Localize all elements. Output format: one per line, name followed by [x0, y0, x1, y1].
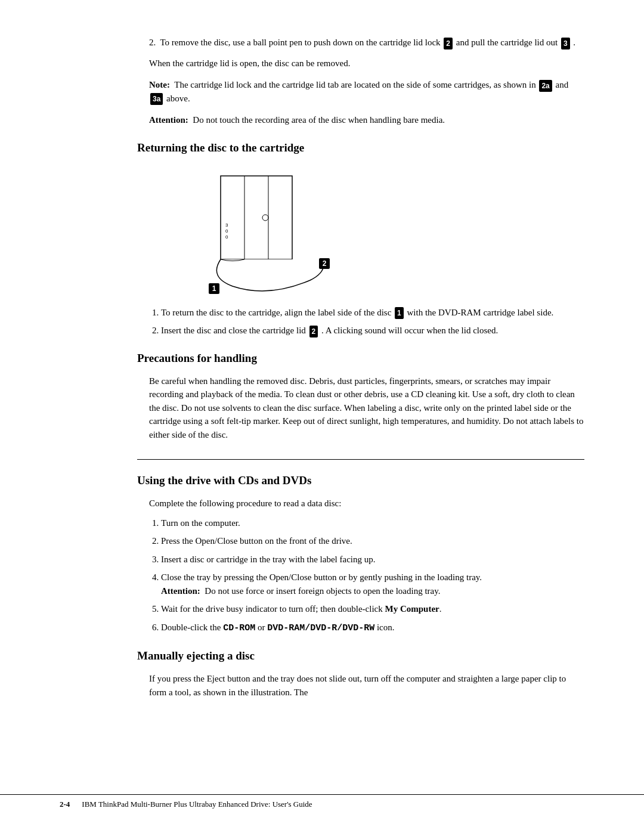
step-2-middle: and pull the cartridge lid out [456, 38, 558, 47]
note-block: Note: The cartridge lid lock and the car… [149, 78, 584, 105]
return-step1-mid: with the DVD-RAM cartridge label side. [407, 308, 554, 317]
return-step2-end: . A clicking sound will occur when the l… [321, 326, 498, 335]
step-2-block: 2. To remove the disc, use a ball point … [137, 36, 584, 49]
section4-title: Manually ejecting a disc [137, 649, 584, 662]
section3-step-5: Wait for the drive busy indicator to tur… [161, 602, 584, 616]
note-label: Note: [149, 80, 170, 89]
attention-block: Attention: Do not touch the recording ar… [149, 113, 584, 127]
cartridge-open-note: When the cartridge lid is open, the disc… [149, 57, 584, 70]
section-divider [137, 459, 584, 460]
footer-page-number: 2-4 [60, 800, 70, 809]
step6-mid: or [255, 623, 267, 632]
step6-pre: Double-click the [161, 623, 223, 632]
diagram-container: 3 0 0 2 1 [137, 164, 584, 295]
note-text: The cartridge lid lock and the cartridge… [174, 80, 535, 89]
return-step-1: To return the disc to the cartridge, ali… [161, 306, 584, 320]
badge-1-step: 1 [395, 307, 404, 319]
svg-text:0: 0 [225, 234, 228, 240]
section3-step-1: Turn on the computer. [161, 516, 584, 530]
step5-pre: Wait for the drive busy indicator to tur… [161, 604, 385, 614]
section3-step-3: Insert a disc or cartridge in the tray w… [161, 553, 584, 566]
badge-2: 2 [444, 38, 453, 49]
return-step1-text: To return the disc to the cartridge, ali… [161, 308, 391, 317]
section3-step-4: Close the tray by pressing the Open/Clos… [161, 571, 584, 597]
step6-bold2: DVD-RAM/DVD-R/DVD-RW [267, 623, 374, 633]
note-above: above. [166, 94, 190, 103]
footer: 2-4 IBM ThinkPad Multi-Burner Plus Ultra… [0, 794, 644, 809]
attention-text: Do not touch the recording area of the d… [193, 115, 445, 125]
svg-text:0: 0 [225, 228, 228, 234]
svg-text:3: 3 [225, 222, 228, 228]
step5-end: . [439, 604, 442, 614]
return-steps-list: To return the disc to the cartridge, ali… [161, 306, 584, 337]
attention-label: Attention: [149, 115, 188, 125]
section1-title: Returning the disc to the cartridge [137, 141, 584, 154]
section3-intro: Complete the following procedure to read… [149, 497, 584, 510]
return-step-2: Insert the disc and close the cartridge … [161, 324, 584, 337]
section2-title: Precautions for handling [137, 352, 584, 365]
section3-step-6: Double-click the CD-ROM or DVD-RAM/DVD-R… [161, 621, 584, 636]
step6-bold1: CD-ROM [223, 623, 255, 633]
section3-steps-list: Turn on the computer. Press the Open/Clo… [161, 516, 584, 636]
step-2-text: 2. To remove the disc, use a ball point … [149, 36, 584, 49]
section4-para: If you press the Eject button and the tr… [149, 672, 584, 699]
svg-text:1: 1 [212, 284, 216, 293]
step5-bold: My Computer [385, 604, 439, 614]
return-step2-text: Insert the disc and close the cartridge … [161, 326, 306, 335]
attention2-text: Do not use force or insert foreign objec… [205, 586, 440, 596]
attention2-label: Attention: [161, 586, 200, 596]
footer-text: IBM ThinkPad Multi-Burner Plus Ultrabay … [82, 800, 312, 809]
section3-title: Using the drive with CDs and DVDs [137, 474, 584, 487]
section3-step-2: Press the Open/Close button on the front… [161, 534, 584, 548]
note-and: and [556, 80, 569, 89]
page-content: 2. To remove the disc, use a ball point … [0, 0, 644, 833]
badge-2a: 2a [539, 80, 552, 92]
svg-rect-0 [221, 176, 292, 259]
badge-3a: 3a [150, 93, 163, 105]
cartridge-diagram: 3 0 0 2 1 [173, 170, 364, 295]
svg-text:2: 2 [323, 259, 327, 268]
badge-2-step: 2 [309, 326, 318, 337]
step6-end: icon. [374, 623, 394, 632]
step-2-intro: To remove the disc, use a ball point pen… [160, 38, 440, 47]
precautions-para: Be careful when handling the removed dis… [149, 374, 584, 442]
badge-3: 3 [561, 38, 570, 49]
